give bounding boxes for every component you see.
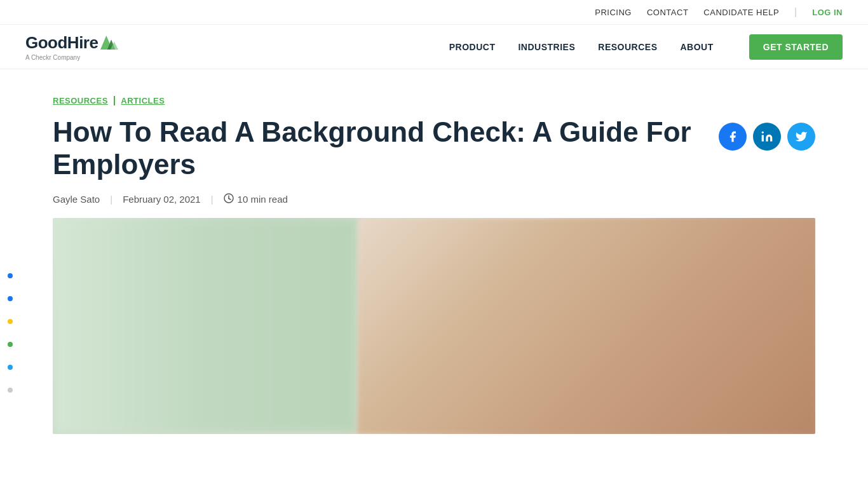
- meta-separator-1: |: [110, 194, 112, 205]
- logo-subtitle: A Checkr Company: [25, 54, 118, 61]
- clock-icon: [224, 193, 234, 205]
- toc-dot-5: [8, 365, 13, 370]
- breadcrumb-articles[interactable]: ARTICLES: [121, 96, 165, 105]
- breadcrumb-separator: |: [113, 95, 116, 106]
- article-meta: Gayle Sato | February 02, 2021 | 10 min: [53, 193, 700, 205]
- article-title-area: How To Read A Background Check: A Guide …: [53, 116, 700, 205]
- article-read-time: 10 min read: [224, 193, 288, 205]
- hero-image: [53, 218, 815, 434]
- candidate-help-link[interactable]: CANDIDATE HELP: [703, 8, 779, 17]
- about-nav-link[interactable]: ABOUT: [680, 42, 713, 52]
- logo-icon: [100, 36, 118, 50]
- nav-divider: |: [794, 6, 797, 18]
- linkedin-share-button[interactable]: [753, 123, 781, 151]
- read-time-text: 10 min read: [238, 194, 288, 205]
- linkedin-icon: [761, 130, 773, 143]
- toc-dot-3: [8, 319, 13, 324]
- log-in-link[interactable]: LOG IN: [812, 8, 843, 17]
- resources-nav-link[interactable]: RESOURCES: [598, 42, 657, 52]
- toc-dot-6: [8, 388, 13, 393]
- article-date: February 02, 2021: [123, 194, 201, 205]
- twitter-icon: [795, 130, 808, 143]
- toc-dot-4: [8, 342, 13, 347]
- pricing-link[interactable]: PRICING: [595, 8, 632, 17]
- nav-links: PRODUCT INDUSTRIES RESOURCES ABOUT GET S…: [449, 34, 843, 60]
- social-share: [719, 123, 815, 151]
- article-author: Gayle Sato: [53, 194, 100, 205]
- toc-dot-2: [8, 296, 13, 301]
- svg-point-7: [762, 132, 764, 133]
- industries-nav-link[interactable]: INDUSTRIES: [518, 42, 575, 52]
- toc-dot-1: [8, 273, 13, 278]
- facebook-icon: [726, 130, 739, 143]
- product-nav-link[interactable]: PRODUCT: [449, 42, 496, 52]
- logo-name: GoodHire: [25, 33, 98, 53]
- utility-bar: PRICING CONTACT CANDIDATE HELP | LOG IN: [0, 0, 868, 25]
- twitter-share-button[interactable]: [787, 123, 815, 151]
- meta-separator-2: |: [211, 194, 214, 205]
- article-header: How To Read A Background Check: A Guide …: [53, 116, 815, 205]
- logo-area[interactable]: GoodHire A Checkr Company: [25, 33, 118, 61]
- article-title: How To Read A Background Check: A Guide …: [53, 116, 700, 180]
- facebook-share-button[interactable]: [719, 123, 747, 151]
- content-area: RESOURCES | ARTICLES How To Read A Backg…: [27, 69, 841, 434]
- breadcrumb: RESOURCES | ARTICLES: [53, 95, 815, 106]
- svg-line-5: [229, 199, 231, 200]
- breadcrumb-resources[interactable]: RESOURCES: [53, 96, 108, 105]
- svg-rect-6: [762, 135, 764, 142]
- get-started-button[interactable]: GET STARTED: [749, 34, 843, 60]
- main-nav: GoodHire A Checkr Company PRODUCT INDUST…: [0, 25, 868, 69]
- contact-link[interactable]: CONTACT: [647, 8, 688, 17]
- toc-sidebar: [8, 273, 13, 393]
